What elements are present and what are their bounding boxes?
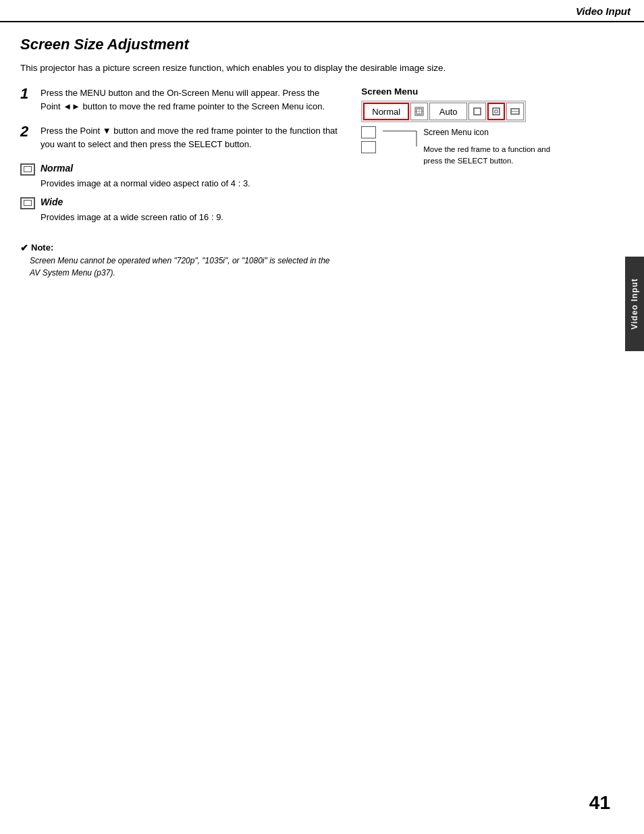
side-icon-bottom — [361, 141, 376, 153]
page-title: Screen Size Adjustment — [20, 36, 624, 53]
annotation-move-text: Move the red frame to a function andpres… — [423, 144, 550, 167]
wide-label: Wide — [41, 197, 63, 207]
step-text-1: Press the MENU button and the On-Screen … — [41, 86, 341, 113]
wide-item: Wide — [20, 197, 341, 209]
menu-cell-normal: Normal — [363, 103, 409, 120]
normal-description: Provides image at a normal video aspect … — [41, 178, 341, 188]
step-1: 1 Press the MENU button and the On-Scree… — [20, 86, 341, 113]
menu-cell-square3 — [506, 103, 524, 120]
square-icon-2 — [491, 107, 501, 116]
intro-text: This projector has a picture screen resi… — [20, 63, 624, 73]
note-text: Screen Menu cannot be operated when "720… — [30, 255, 341, 279]
menu-bar: Normal Aut — [361, 101, 526, 122]
step-number-2: 2 — [20, 123, 35, 140]
step-2: 2 Press the Point ▼ button and move the … — [20, 124, 341, 151]
menu-annotation-row: Screen Menu icon Move the red frame to a… — [361, 126, 550, 167]
annotation-line1: Screen Menu icon Move the red frame to a… — [383, 126, 550, 167]
square-icon-3 — [510, 107, 520, 116]
auto-menu-text: Auto — [439, 107, 458, 117]
screen-menu-icon-label: Screen Menu icon — [423, 128, 489, 137]
normal-icon-box — [20, 163, 35, 176]
right-tab: Video Input — [625, 257, 644, 351]
svg-rect-4 — [474, 108, 481, 115]
step-text-2: Press the Point ▼ button and move the re… — [41, 124, 341, 151]
annotation-content: Screen Menu icon Move the red frame to a… — [423, 126, 550, 167]
header-title: Video Input — [576, 5, 630, 17]
expand-icon — [414, 107, 424, 116]
right-column: Screen Menu Normal — [361, 86, 624, 279]
page-number: 41 — [589, 792, 610, 814]
top-header: Video Input — [0, 0, 644, 22]
note-label: Note: — [31, 242, 53, 253]
side-icons-col — [361, 126, 376, 153]
normal-label: Normal — [41, 163, 73, 174]
page-container: Video Input Screen Size Adjustment This … — [0, 0, 644, 834]
normal-item: Normal — [20, 163, 341, 176]
note-header: ✔ Note: — [20, 242, 341, 253]
note-section: ✔ Note: Screen Menu cannot be operated w… — [20, 242, 341, 279]
step-number-1: 1 — [20, 85, 35, 103]
side-icon-top — [361, 126, 376, 138]
right-tab-label: Video Input — [630, 278, 639, 330]
square-icon-1 — [473, 107, 482, 116]
checkmark-icon: ✔ — [20, 242, 28, 253]
annotation-text-col: Screen Menu icon Move the red frame to a… — [383, 126, 550, 167]
annotation-arrow — [383, 128, 423, 148]
two-col-layout: 1 Press the MENU button and the On-Scree… — [20, 86, 624, 279]
main-content: Screen Size Adjustment This projector ha… — [0, 22, 644, 306]
menu-cell-square2 — [487, 103, 505, 120]
screen-menu-diagram: Normal Aut — [361, 101, 550, 167]
left-column: 1 Press the MENU button and the On-Scree… — [20, 86, 341, 279]
menu-cell-auto: Auto — [429, 103, 467, 120]
wide-description: Provides image at a wide screen ratio of… — [41, 212, 341, 222]
wide-icon-inner — [24, 200, 32, 206]
menu-cell-square1 — [468, 103, 486, 120]
menu-cell-expand — [410, 103, 428, 120]
wide-icon-box — [20, 197, 35, 209]
normal-icon-inner — [24, 166, 32, 172]
screen-menu-label: Screen Menu — [361, 86, 624, 97]
normal-menu-text: Normal — [372, 107, 400, 117]
